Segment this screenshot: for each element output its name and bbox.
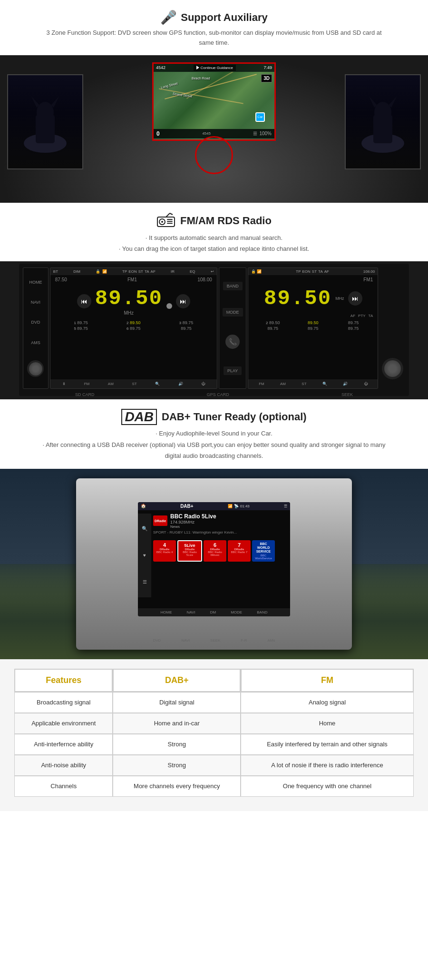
dab-heart-icon[interactable]: ♥: [143, 553, 146, 558]
radio-ams-btn[interactable]: AMS: [31, 340, 40, 345]
dab-channel-bbc7[interactable]: 7 DRadle BBC Radio 7: [228, 540, 251, 562]
radio-sec-st-btn[interactable]: ST: [302, 382, 306, 386]
dab-channel-6music[interactable]: 6 DRadle BBC Radio 6Music: [204, 540, 226, 562]
feature-noise: Anti-noise ability: [14, 755, 113, 776]
preset-other[interactable]: 89.75: [160, 326, 212, 331]
preset-1[interactable]: 1 89.75: [55, 320, 107, 325]
comparison-table: Features DAB+ FM Broadcasting signal Dig…: [14, 669, 414, 797]
radio-sec-p4[interactable]: 89.75: [253, 326, 292, 331]
radio-dvd-btn[interactable]: DVD: [31, 320, 40, 325]
car-ctrl-seek[interactable]: SEEK: [210, 638, 220, 643]
dab-nav-home[interactable]: HOME: [161, 610, 172, 614]
radio-main-topbar: BT DIM 🔒 📶 TP EON ST TA AF IR EQ ↩: [50, 268, 217, 275]
radio-sec-am-btn[interactable]: AM: [280, 382, 286, 386]
radio-sec-tp: TP: [296, 269, 301, 274]
radio-forward-btn[interactable]: ⏭: [176, 294, 190, 308]
radio-mode-btn[interactable]: MODE: [223, 308, 243, 317]
dab-channel-bbc4[interactable]: 4 DRadle BBC Radio 4: [153, 540, 176, 562]
dab-nav-band[interactable]: BAND: [257, 610, 267, 614]
radio-sec-mhz: MHz: [335, 296, 344, 301]
radio-left-panel: HOME NAVI DVD AMS: [23, 267, 49, 389]
radio-band-btn[interactable]: BAND: [223, 282, 243, 290]
dab-channel-5live[interactable]: 5Live DRadle BBC Radio 5Live: [177, 540, 202, 562]
radio-dim-label: DIM: [73, 269, 80, 274]
radio-sec-p2[interactable]: 89.50: [293, 320, 333, 325]
radio-am-btn[interactable]: AM: [108, 382, 114, 386]
radio-sec-pty-flag: PTY: [358, 314, 366, 318]
dab-dradle-logo-area: DRadle BBC Radio 5Live 174.928MHz News: [153, 513, 286, 529]
radio-sec-icons: 🔒 📶: [251, 269, 262, 274]
radio-middle-panel: BAND MODE 📞 PLAY: [219, 267, 247, 389]
radio-main-screen: BT DIM 🔒 📶 TP EON ST TA AF IR EQ ↩: [50, 267, 217, 389]
radio-sec-p6[interactable]: 89.75: [334, 326, 373, 331]
gps-car-indicator: Car: [255, 112, 265, 122]
radio-st-btn[interactable]: ST: [132, 382, 136, 386]
radio-sec-power-icon[interactable]: ⏻: [364, 382, 368, 386]
dab-ch4-name: BBC Radio 4: [154, 551, 175, 554]
radio-navi-btn[interactable]: NAVI: [31, 300, 40, 305]
radio-bt-label: BT: [53, 269, 58, 274]
dab-header-row: DAB DAB+ Tuner Ready (optional): [38, 409, 390, 425]
radio-sec-search-icon[interactable]: 🔍: [322, 382, 327, 386]
radio-knob-right[interactable]: [382, 358, 403, 379]
radio-bullet1: · It supports automatic search and manua…: [38, 232, 390, 243]
radio-phone-btn[interactable]: 📞: [225, 335, 240, 349]
radio-sec-p5[interactable]: 89.75: [293, 326, 333, 331]
dab-image-area: 🏠 DAB+ 📶 📡 01:43 ☰ 🔍 ♥ ☰: [0, 469, 428, 659]
dab-freq-display: 174.928MHz: [170, 520, 216, 525]
car-ctrl-navi[interactable]: NAVI: [181, 638, 190, 643]
dab-ch7-num: 7: [229, 542, 250, 548]
radio-knob-left[interactable]: [27, 360, 44, 377]
dab-nav-dm[interactable]: DM: [210, 610, 216, 614]
radio-sec-fm-btn[interactable]: FM: [259, 382, 264, 386]
radio-rewind-icon: ⏮: [81, 297, 88, 305]
radio-sec-p3[interactable]: 89.75: [334, 320, 373, 325]
radio-sec-lock: 🔒: [251, 269, 256, 274]
gps-screen-inner: 4542 Continue Guidance 7:49 Long Street …: [154, 64, 274, 139]
svg-marker-3: [31, 96, 39, 108]
radio-image-area: HOME NAVI DVD AMS BT DIM 🔒 📶 TP EON: [0, 261, 428, 399]
radio-sec-forward-btn[interactable]: ⏭: [348, 291, 362, 306]
radio-pause-btn[interactable]: ⏸: [62, 382, 66, 386]
preset-6[interactable]: 6 89.75: [107, 326, 159, 331]
radio-sec-p1[interactable]: 2 89.50: [253, 320, 292, 325]
radio-volume-icon[interactable]: 🔊: [178, 382, 183, 386]
gps-time: 7:49: [263, 65, 272, 70]
sd-card-label: SD CARD: [75, 392, 95, 397]
radio-rewind-btn[interactable]: ⏮: [77, 294, 91, 308]
car-ctrl-fm[interactable]: F-R: [241, 638, 247, 643]
radio-sec-vol-icon[interactable]: 🔊: [343, 382, 348, 386]
radio-search-icon[interactable]: 🔍: [155, 382, 160, 386]
preset-3[interactable]: 3 89.75: [160, 320, 212, 325]
dab-nav-mode[interactable]: MODE: [231, 610, 242, 614]
radio-home-btn[interactable]: HOME: [29, 280, 42, 285]
street-label-1: Long Street: [161, 81, 178, 89]
radio-power-icon[interactable]: ⏻: [201, 382, 205, 386]
car-ctrl-am[interactable]: AMs: [268, 638, 275, 643]
dab-list-icon[interactable]: ☰: [143, 579, 147, 584]
seek-label: SEEK: [341, 392, 353, 397]
radio-mhz-label: MHz: [95, 310, 163, 316]
car-ctrl-dvd[interactable]: DVD: [153, 638, 161, 643]
gps-speed: 0: [156, 130, 160, 137]
dab-ch7-name: BBC Radio 7: [229, 551, 250, 554]
dab-search-icon[interactable]: 🔍: [142, 526, 147, 531]
svg-rect-14: [167, 221, 173, 222]
feature-environment: Applicable environment: [14, 713, 113, 734]
radio-sec-presets: 2 89.50 89.50 89.75 89.75 89.75 89.75: [248, 319, 378, 332]
preset-2-active[interactable]: 2 89.50: [107, 320, 159, 325]
radio-fm-btn[interactable]: FM: [84, 382, 90, 386]
th-dab: DAB+: [113, 669, 241, 692]
gps-continue-text: Continue Guidance: [201, 66, 233, 70]
dab-category-display: News: [170, 525, 216, 529]
radio-ir-label: IR: [171, 269, 175, 274]
svg-marker-8: [369, 96, 377, 108]
gps-play-icon: [196, 66, 199, 69]
dab-channel-bbcws[interactable]: BBCWORLDSERVICE BBC WorldService: [252, 540, 275, 562]
radio-sec-frequency: 89.50: [264, 287, 331, 310]
preset-5[interactable]: 5 89.75: [55, 326, 107, 331]
radio-play-btn[interactable]: PLAY: [224, 366, 242, 375]
dab-nav-navi[interactable]: NAVI: [187, 610, 195, 614]
radio-knob-left-inner: [29, 362, 42, 376]
left-monitor-screen: [8, 75, 82, 168]
